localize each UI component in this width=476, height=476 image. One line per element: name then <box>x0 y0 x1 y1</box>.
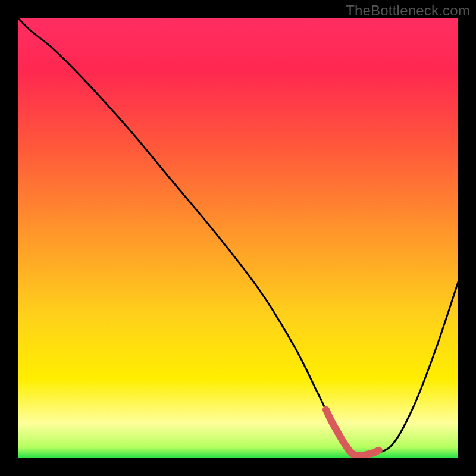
watermark-text: TheBottleneck.com <box>346 2 470 19</box>
chart-container: TheBottleneck.com <box>0 0 476 476</box>
plot-area <box>18 18 458 458</box>
bottleneck-curve <box>18 18 458 458</box>
